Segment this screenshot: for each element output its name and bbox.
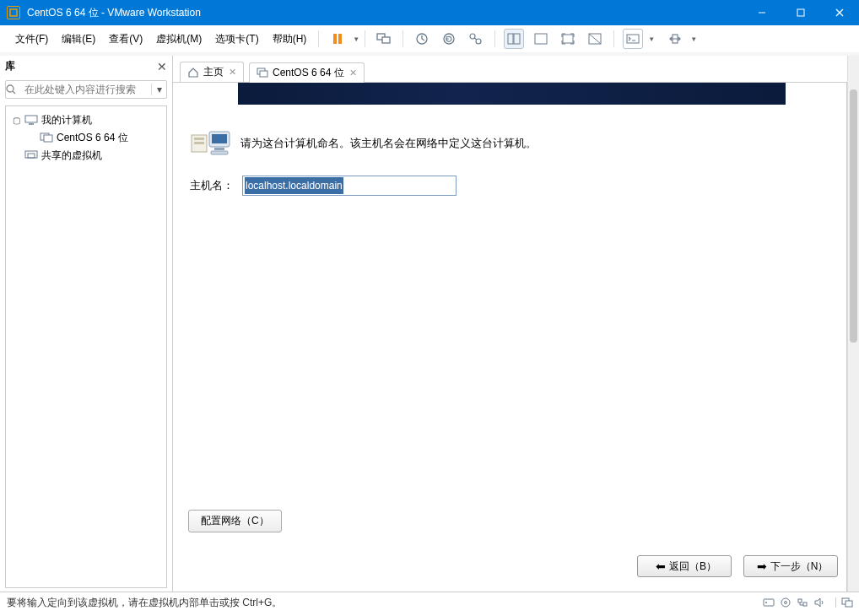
hostname-description: 请为这台计算机命名。该主机名会在网络中定义这台计算机。 (240, 136, 537, 151)
tree-vm-centos[interactable]: CentOS 6 64 位 (9, 129, 163, 147)
home-icon (187, 67, 199, 78)
stretch-dropdown[interactable]: ▼ (690, 35, 697, 43)
svg-rect-39 (764, 599, 774, 606)
separator (613, 30, 614, 47)
menu-file[interactable]: 文件(F) (8, 29, 55, 50)
tree-my-computer[interactable]: ▢ 我的计算机 (9, 111, 163, 129)
menu-vm[interactable]: 虚拟机(M) (149, 29, 208, 50)
status-message: 要将输入定向到该虚拟机，请在虚拟机内部单击或按 Ctrl+G。 (7, 596, 763, 610)
pause-icon[interactable] (327, 29, 348, 49)
svg-rect-36 (212, 134, 227, 143)
console-dropdown[interactable]: ▼ (648, 35, 655, 43)
svg-rect-2 (797, 9, 804, 16)
close-button[interactable] (820, 0, 859, 25)
separator (365, 30, 365, 47)
tree-item-label: 共享的虚拟机 (41, 149, 102, 163)
svg-rect-46 (845, 601, 852, 607)
sidebar-search: ▾ (5, 80, 167, 99)
revert-icon[interactable] (439, 29, 459, 49)
configure-network-button[interactable]: 配置网络（C） (188, 510, 282, 532)
svg-point-41 (781, 598, 790, 607)
svg-rect-29 (28, 154, 35, 158)
svg-rect-0 (10, 9, 17, 16)
separator (494, 30, 495, 47)
hostname-label: 主机名： (190, 178, 234, 193)
separator (318, 30, 319, 47)
content-area: 主页 ✕ CentOS 6 64 位 ✕ (173, 56, 859, 592)
scrollbar-thumb[interactable] (850, 89, 857, 343)
svg-rect-17 (563, 35, 573, 43)
fullscreen-icon[interactable] (558, 29, 578, 49)
svg-point-22 (7, 85, 14, 92)
shared-icon (24, 150, 38, 162)
view-single-icon[interactable] (531, 29, 551, 49)
tab-vm-centos[interactable]: CentOS 6 64 位 ✕ (249, 62, 365, 83)
back-label: 返回（B） (669, 559, 716, 574)
minimize-button[interactable] (743, 0, 781, 25)
search-dropdown[interactable]: ▾ (151, 84, 166, 95)
menu-help[interactable]: 帮助(H) (266, 29, 314, 50)
hostname-input[interactable]: localhost.localdomain (242, 176, 457, 196)
pause-dropdown[interactable]: ▼ (353, 35, 359, 43)
svg-rect-33 (194, 138, 204, 140)
library-tree: ▢ 我的计算机 CentOS 6 64 位 共享的虚拟机 (5, 105, 167, 588)
window-title: CentOS 6 64 位 - VMware Workstation (27, 6, 743, 20)
vm-icon (40, 132, 53, 144)
status-messages-icon[interactable] (835, 597, 852, 608)
separator (402, 30, 403, 47)
svg-rect-37 (214, 148, 224, 150)
arrow-left-icon: ⬅ (656, 559, 666, 573)
tab-label: CentOS 6 64 位 (273, 66, 344, 80)
svg-rect-27 (44, 135, 52, 142)
sidebar-close-icon[interactable]: ✕ (157, 60, 167, 73)
status-disk-icon[interactable] (763, 597, 780, 608)
svg-rect-20 (627, 35, 639, 43)
send-keys-icon[interactable] (374, 29, 394, 49)
svg-line-19 (589, 34, 601, 44)
expand-toggle[interactable]: ▢ (11, 116, 21, 125)
arrow-right-icon: ➡ (757, 559, 767, 573)
status-network-icon[interactable] (797, 597, 813, 608)
wizard-nav-buttons: ⬅ 返回（B） ➡ 下一步（N） (637, 555, 838, 577)
svg-rect-16 (535, 34, 547, 44)
tab-close-icon[interactable]: ✕ (349, 68, 357, 78)
vm-display[interactable]: 请为这台计算机命名。该主机名会在网络中定义这台计算机。 主机名： localho… (173, 83, 847, 592)
menu-view[interactable]: 查看(V) (102, 29, 149, 50)
view-thumbnails-icon[interactable] (504, 29, 524, 49)
svg-line-23 (13, 91, 15, 94)
svg-point-40 (765, 602, 767, 603)
installer-banner (238, 83, 786, 105)
maximize-button[interactable] (781, 0, 820, 25)
vm-tab-icon (257, 68, 268, 79)
unity-icon[interactable] (585, 29, 605, 49)
next-button[interactable]: ➡ 下一步（N） (743, 555, 838, 577)
status-cd-icon[interactable] (780, 597, 797, 608)
search-input[interactable] (24, 84, 151, 95)
search-icon (6, 84, 24, 95)
svg-rect-38 (211, 151, 228, 154)
hostname-description-row: 请为这台计算机命名。该主机名会在网络中定义这台计算机。 (190, 128, 537, 159)
menubar: 文件(F) 编辑(E) 查看(V) 虚拟机(M) 选项卡(T) 帮助(H) ▼ … (0, 25, 859, 56)
next-label: 下一步（N） (770, 559, 829, 574)
library-sidebar: 库 ✕ ▾ ▢ 我的计算机 CentOS 6 64 位 (0, 56, 173, 592)
tab-close-icon[interactable]: ✕ (229, 67, 236, 78)
console-icon[interactable] (623, 29, 643, 49)
manage-snapshots-icon[interactable] (466, 29, 486, 49)
svg-rect-6 (338, 34, 342, 44)
tab-label: 主页 (203, 65, 224, 79)
stretch-icon[interactable] (665, 29, 685, 49)
computers-icon (190, 128, 232, 159)
tab-home[interactable]: 主页 ✕ (180, 62, 244, 82)
tree-shared-vms[interactable]: 共享的虚拟机 (9, 147, 163, 165)
back-button[interactable]: ⬅ 返回（B） (637, 555, 732, 577)
snapshot-icon[interactable] (412, 29, 432, 49)
svg-rect-5 (333, 34, 337, 44)
status-sound-icon[interactable] (813, 597, 830, 608)
tab-row: 主页 ✕ CentOS 6 64 位 ✕ (173, 59, 859, 83)
vertical-scrollbar[interactable] (847, 56, 859, 592)
statusbar: 要将输入定向到该虚拟机，请在虚拟机内部单击或按 Ctrl+G。 (0, 592, 859, 613)
menu-tabs[interactable]: 选项卡(T) (208, 29, 265, 50)
menu-edit[interactable]: 编辑(E) (55, 29, 102, 50)
tree-item-label: CentOS 6 64 位 (57, 131, 128, 145)
svg-rect-34 (194, 142, 204, 144)
